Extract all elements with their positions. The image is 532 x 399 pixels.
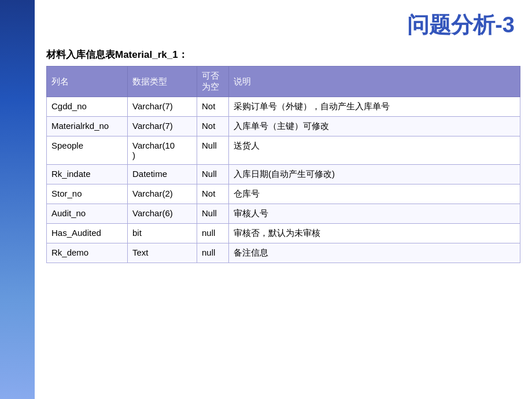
page-title: 问题分析-3 (46, 6, 520, 40)
table-row: Materialrkd_noVarchar(7)Not入库单号（主键）可修改 (47, 117, 520, 136)
cell-data-type: bit (128, 224, 197, 243)
cell-description: 仓库号 (229, 184, 520, 204)
cell-col-name: Speople (47, 136, 128, 165)
table-row: Rk_demoTextnull备注信息 (47, 243, 520, 263)
main-table: 列名 数据类型 可否为空 说明 Cgdd_noVarchar(7)Not采购订单… (46, 66, 520, 263)
cell-data-type: Varchar(6) (128, 204, 197, 224)
cell-description: 审核人号 (229, 204, 520, 224)
table-row: Rk_indateDatetimeNull入库日期(自动产生可修改) (47, 165, 520, 184)
cell-col-name: Cgdd_no (47, 97, 128, 117)
table-header-row: 列名 数据类型 可否为空 说明 (47, 66, 520, 97)
cell-nullable: Not (197, 97, 229, 117)
header-col-desc: 说明 (229, 66, 520, 97)
cell-description: 备注信息 (229, 243, 520, 263)
cell-description: 入库日期(自动产生可修改) (229, 165, 520, 184)
table-row: Has_Auditedbitnull审核否，默认为未审核 (47, 224, 520, 243)
cell-nullable: null (197, 224, 229, 243)
cell-nullable: Null (197, 165, 229, 184)
cell-col-name: Stor_no (47, 184, 128, 204)
table-row: Cgdd_noVarchar(7)Not采购订单号（外键），自动产生入库单号 (47, 97, 520, 117)
cell-data-type: Datetime (128, 165, 197, 184)
cell-description: 审核否，默认为未审核 (229, 224, 520, 243)
cell-description: 入库单号（主键）可修改 (229, 117, 520, 136)
header-col-name: 列名 (47, 66, 128, 97)
cell-nullable: Null (197, 136, 229, 165)
header-col-null: 可否为空 (197, 66, 229, 97)
cell-data-type: Text (128, 243, 197, 263)
cell-description: 采购订单号（外键），自动产生入库单号 (229, 97, 520, 117)
cell-data-type: Varchar(7) (128, 117, 197, 136)
cell-col-name: Rk_demo (47, 243, 128, 263)
cell-col-name: Materialrkd_no (47, 117, 128, 136)
cell-col-name: Rk_indate (47, 165, 128, 184)
cell-data-type: Varchar(10) (128, 136, 197, 165)
cell-data-type: Varchar(7) (128, 97, 197, 117)
table-row: Stor_noVarchar(2)Not仓库号 (47, 184, 520, 204)
left-sidebar (0, 0, 35, 399)
table-row: SpeopleVarchar(10)Null送货人 (47, 136, 520, 165)
cell-col-name: Audit_no (47, 204, 128, 224)
main-content: 问题分析-3 材料入库信息表Material_rk_1： 列名 数据类型 可否为… (35, 0, 532, 399)
cell-nullable: Null (197, 204, 229, 224)
table-row: Audit_noVarchar(6)Null审核人号 (47, 204, 520, 224)
cell-data-type: Varchar(2) (128, 184, 197, 204)
cell-nullable: null (197, 243, 229, 263)
cell-col-name: Has_Audited (47, 224, 128, 243)
cell-description: 送货人 (229, 136, 520, 165)
header-col-type: 数据类型 (128, 66, 197, 97)
cell-nullable: Not (197, 184, 229, 204)
table-subtitle: 材料入库信息表Material_rk_1： (46, 48, 520, 61)
cell-nullable: Not (197, 117, 229, 136)
